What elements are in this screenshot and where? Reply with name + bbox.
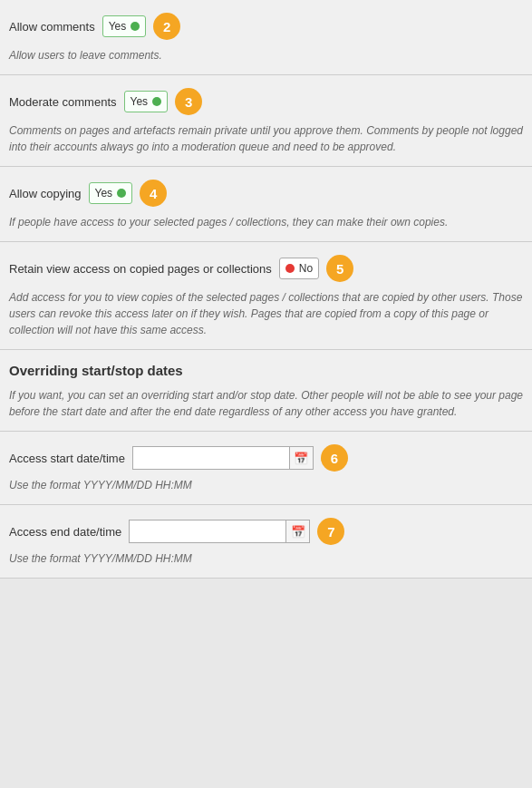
step-4-badge: 4: [140, 180, 167, 207]
overriding-dates-section: Overriding start/stop dates If you want,…: [0, 350, 532, 432]
allow-copying-toggle[interactable]: Yes: [89, 182, 133, 204]
access-end-label: Access end date/time: [9, 525, 121, 539]
allow-copying-label: Allow copying: [9, 187, 82, 200]
access-start-format-hint: Use the format YYYY/MM/DD HH:MM: [9, 477, 523, 493]
retain-view-access-section: Retain view access on copied pages or co…: [0, 242, 532, 350]
retain-view-access-toggle[interactable]: No: [279, 258, 319, 279]
allow-comments-toggle[interactable]: Yes: [102, 15, 147, 37]
moderate-comments-section: Moderate comments Yes 3 Comments on page…: [0, 75, 532, 167]
moderate-comments-description: Comments on pages and artefacts remain p…: [9, 122, 523, 155]
overriding-dates-title: Overriding start/stop dates: [9, 363, 523, 378]
allow-copying-description: If people have access to your selected p…: [9, 214, 523, 230]
allow-comments-dot: [131, 22, 140, 31]
allow-copying-section: Allow copying Yes 4 If people have acces…: [0, 167, 532, 242]
overriding-dates-description: If you want, you can set an overriding s…: [9, 387, 523, 420]
allow-copying-toggle-value: Yes: [95, 187, 113, 199]
moderate-comments-dot: [152, 97, 161, 106]
retain-view-access-description: Add access for you to view copies of the…: [9, 289, 523, 338]
access-end-input-wrapper: 📅: [129, 520, 310, 543]
access-start-input-wrapper: 📅: [132, 446, 314, 470]
retain-view-access-dot: [285, 264, 295, 273]
moderate-comments-toggle-value: Yes: [131, 95, 149, 108]
allow-copying-dot: [117, 189, 126, 198]
retain-view-access-label: Retain view access on copied pages or co…: [9, 262, 272, 276]
step-6-badge: 6: [321, 444, 348, 472]
access-end-format-hint: Use the format YYYY/MM/DD HH:MM: [9, 550, 523, 567]
access-start-calendar-icon[interactable]: 📅: [289, 447, 313, 469]
step-7-badge: 7: [317, 518, 344, 545]
access-start-section: Access start date/time 📅 6 Use the forma…: [0, 432, 532, 505]
moderate-comments-label: Moderate comments: [9, 95, 117, 109]
step-5-badge: 5: [326, 255, 353, 282]
step-2-badge: 2: [153, 13, 180, 40]
allow-comments-description: Allow users to leave comments.: [9, 47, 523, 63]
access-start-label: Access start date/time: [9, 452, 125, 465]
allow-comments-toggle-value: Yes: [109, 20, 127, 33]
allow-comments-section: Allow comments Yes 2 Allow users to leav…: [0, 0, 532, 75]
access-end-calendar-icon[interactable]: 📅: [285, 520, 309, 542]
allow-comments-label: Allow comments: [9, 20, 95, 34]
step-3-badge: 3: [175, 88, 202, 115]
settings-container: Allow comments Yes 2 Allow users to leav…: [0, 0, 532, 579]
access-end-section: Access end date/time 📅 7 Use the format …: [0, 505, 532, 579]
moderate-comments-toggle[interactable]: Yes: [124, 91, 169, 112]
access-end-input[interactable]: [130, 520, 285, 542]
access-start-input[interactable]: [133, 447, 289, 469]
retain-view-access-toggle-value: No: [299, 262, 313, 275]
